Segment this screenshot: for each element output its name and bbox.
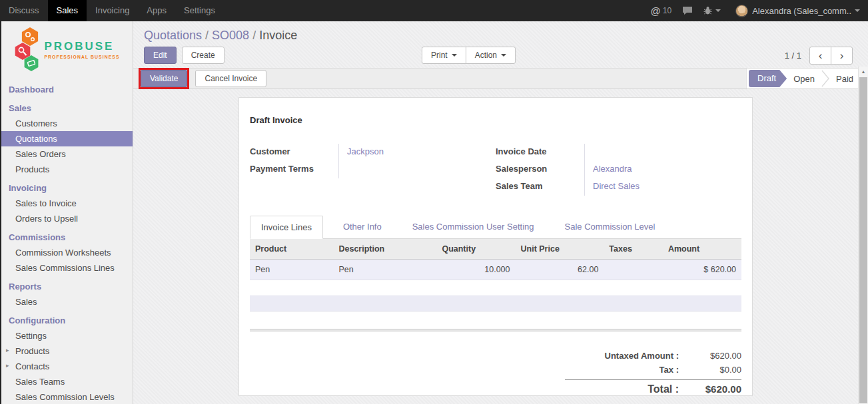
scrollbar-up-arrow-icon[interactable]: ▲ — [859, 67, 868, 77]
sidebar-menu: Dashboard Sales Customers Quotations Sal… — [1, 82, 133, 404]
sidebar-item-sales-to-invoice[interactable]: Sales to Invoice — [1, 196, 133, 211]
untaxed-amount-row: Untaxed Amount : $620.00 — [565, 349, 741, 363]
chevron-down-icon — [452, 54, 457, 59]
sidebar-item-label: Products — [15, 346, 49, 356]
salesperson-value[interactable]: Alexandra — [584, 161, 741, 178]
sidebar-item-label: Contacts — [15, 361, 49, 371]
sidebar-item-commission-worksheets[interactable]: Commission Worksheets — [1, 245, 133, 260]
status-draft[interactable]: Draft — [749, 70, 787, 87]
sidebar-section-reports[interactable]: Reports — [1, 279, 133, 294]
sidebar-item-sales-orders[interactable]: Sales Orders — [1, 146, 133, 162]
action-dropdown-button[interactable]: Action — [466, 47, 516, 64]
sidebar-item-sales-commissions-lines[interactable]: Sales Commissions Lines — [1, 260, 133, 276]
table-row[interactable]: Pen Pen 10.000 62.00 $ 620.00 — [250, 260, 741, 280]
sidebar-item-reports-sales[interactable]: Sales — [1, 294, 133, 309]
sidebar-item-customers[interactable]: Customers — [1, 116, 133, 131]
chevron-down-icon — [715, 9, 721, 15]
record-pager: 1 / 1 ‹ › — [785, 47, 853, 65]
cancel-invoice-button[interactable]: Cancel Invoice — [195, 70, 266, 87]
header-taxes: Taxes — [604, 239, 663, 260]
tab-invoice-lines[interactable]: Invoice Lines — [250, 216, 323, 239]
edit-button[interactable]: Edit — [144, 47, 177, 64]
sidebar: PROBUSE PROFESSIONAL BUSINESS Dashboard … — [0, 21, 133, 404]
top-menubar: Discuss Sales Invoicing Apps Settings @ … — [0, 0, 868, 21]
sidebar-item-quotations[interactable]: Quotations — [1, 131, 133, 146]
create-button[interactable]: Create — [182, 47, 224, 64]
pager-counter: 1 / 1 — [785, 51, 801, 61]
sidebar-item-dashboard[interactable]: Dashboard — [1, 82, 133, 97]
untaxed-amount-value: $620.00 — [688, 351, 741, 361]
field-group-right: Invoice Date Salesperson Alexandra Sales… — [496, 144, 741, 196]
user-name: Alexandra (Sales_comm.. — [752, 6, 851, 16]
tab-sale-commission-level[interactable]: Sale Commission Level — [554, 216, 666, 239]
expand-arrow-icon[interactable]: ▸ — [6, 347, 9, 353]
status-paid[interactable]: Paid — [829, 74, 860, 84]
header-amount: Amount — [663, 239, 741, 260]
user-menu[interactable]: Alexandra (Sales_comm.. — [725, 5, 860, 17]
scrollbar-thumb[interactable] — [859, 77, 867, 403]
sidebar-section-invoicing[interactable]: Invoicing — [1, 180, 133, 196]
tax-label: Tax : — [565, 365, 688, 375]
pager-previous-button[interactable]: ‹ — [809, 47, 831, 65]
sales-team-value[interactable]: Direct Sales — [584, 178, 741, 196]
total-row: Total : $620.00 — [565, 381, 741, 396]
cell-quantity[interactable]: 10.000 — [436, 260, 515, 280]
tab-other-info[interactable]: Other Info — [332, 216, 392, 239]
at-icon: @ — [651, 5, 661, 17]
invoice-date-value[interactable] — [584, 144, 741, 161]
sidebar-item-sales-teams[interactable]: Sales Teams — [1, 374, 133, 389]
vertical-scrollbar[interactable]: ▲ — [858, 67, 868, 404]
table-header-row: Product Description Quantity Unit Price … — [250, 239, 741, 260]
validate-button[interactable]: Validate — [141, 70, 187, 87]
chevron-down-icon — [501, 54, 506, 59]
cell-product[interactable]: Pen — [250, 260, 333, 280]
header-unit-price: Unit Price — [516, 239, 604, 260]
main-content: Quotations/SO008/Invoice Edit Create Pri… — [133, 21, 868, 404]
cell-description[interactable]: Pen — [333, 260, 436, 280]
menu-discuss[interactable]: Discuss — [0, 0, 48, 21]
cell-unit-price[interactable]: 62.00 — [516, 260, 604, 280]
sidebar-section-commissions[interactable]: Commissions — [1, 230, 133, 245]
chevron-left-icon: ‹ — [819, 50, 823, 61]
mentions-counter[interactable]: @ 10 — [651, 5, 672, 17]
customer-label: Customer — [250, 144, 338, 161]
status-open[interactable]: Open — [787, 74, 821, 84]
total-label: Total : — [565, 383, 688, 395]
sidebar-section-sales[interactable]: Sales — [1, 101, 133, 116]
breadcrumb-so008[interactable]: SO008 — [212, 29, 249, 42]
sidebar-section-configuration[interactable]: Configuration — [1, 313, 133, 328]
document-state-title: Draft Invoice — [250, 115, 741, 125]
breadcrumb-quotations[interactable]: Quotations — [144, 29, 202, 42]
menu-apps[interactable]: Apps — [138, 0, 175, 21]
status-separator-icon — [821, 70, 829, 87]
expand-arrow-icon[interactable]: ▸ — [6, 362, 9, 369]
sidebar-item-orders-to-upsell[interactable]: Orders to Upsell — [1, 211, 133, 226]
debug-menu-button[interactable] — [703, 6, 721, 15]
sidebar-item-sales-commission-levels[interactable]: Sales Commission Levels — [1, 389, 133, 404]
cell-taxes[interactable] — [604, 260, 663, 280]
payment-terms-label: Payment Terms — [250, 161, 338, 178]
menu-invoicing[interactable]: Invoicing — [87, 0, 138, 21]
tab-sales-commission-user-setting[interactable]: Sales Commission User Setting — [402, 216, 545, 239]
breadcrumb-separator: / — [202, 29, 212, 42]
print-label: Print — [431, 51, 448, 60]
menu-sales[interactable]: Sales — [48, 0, 87, 21]
cell-amount[interactable]: $ 620.00 — [663, 260, 741, 280]
field-group-left: Customer Jackpson Payment Terms — [250, 144, 496, 196]
payment-terms-value[interactable] — [338, 161, 496, 178]
status-action-bar: Validate Cancel Invoice Draft Open Paid — [133, 68, 868, 89]
sidebar-item-config-contacts[interactable]: ▸ Contacts — [1, 359, 133, 374]
menu-settings[interactable]: Settings — [175, 0, 224, 21]
sidebar-item-settings[interactable]: Settings — [1, 328, 133, 343]
sidebar-item-products[interactable]: Products — [1, 162, 133, 177]
app-logo: PROBUSE PROFESSIONAL BUSINESS — [1, 21, 133, 79]
chat-button[interactable] — [682, 6, 693, 15]
pager-next-button[interactable]: › — [831, 47, 853, 65]
salesperson-label: Salesperson — [496, 161, 584, 178]
breadcrumb-separator: / — [249, 29, 259, 42]
print-dropdown-button[interactable]: Print — [422, 47, 466, 64]
untaxed-amount-label: Untaxed Amount : — [565, 351, 688, 361]
sidebar-item-config-products[interactable]: ▸ Products — [1, 343, 133, 359]
customer-value[interactable]: Jackpson — [338, 144, 496, 161]
sales-team-label: Sales Team — [496, 178, 584, 196]
